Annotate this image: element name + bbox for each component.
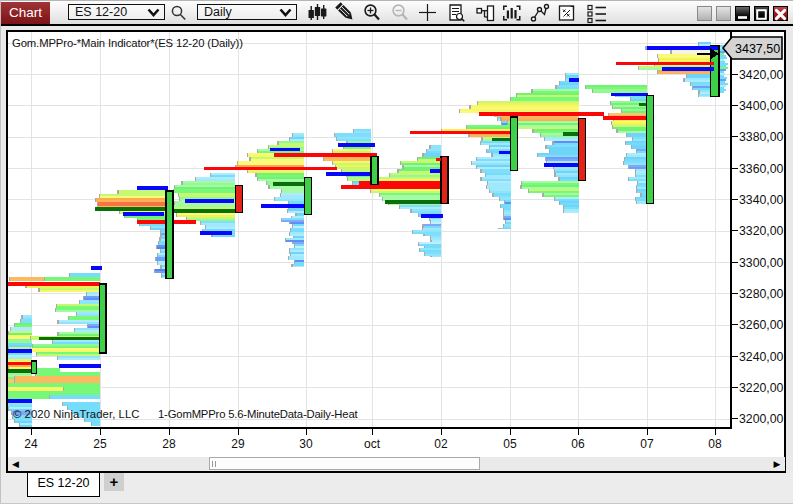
svg-text:3437,50: 3437,50 xyxy=(735,42,780,56)
